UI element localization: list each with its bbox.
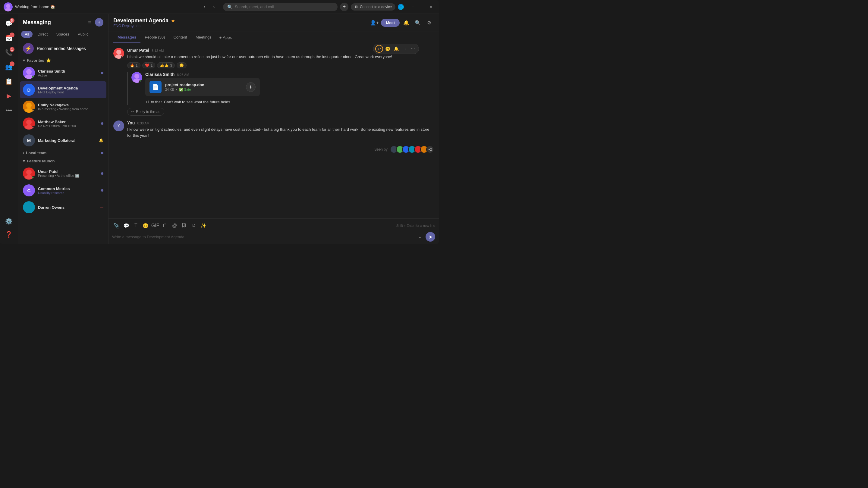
conversation-item-clarissa[interactable]: Clarissa Smith Active: [20, 64, 106, 82]
sidebar-item-people[interactable]: 👥 1: [2, 60, 16, 73]
compose-format-button[interactable]: T: [131, 221, 141, 230]
compose-send-button[interactable]: ➤: [426, 232, 435, 241]
filter-tab-spaces[interactable]: Spaces: [53, 31, 73, 38]
reaction-heart[interactable]: ❤️1: [142, 62, 156, 68]
play-icon: ▶: [7, 92, 11, 99]
remind-button[interactable]: 🔔: [392, 45, 400, 53]
compose-expand-button[interactable]: ⌄: [416, 233, 424, 241]
compose-sticker-button[interactable]: 🗒: [160, 221, 169, 230]
compose-emoji-button[interactable]: 😊: [141, 221, 150, 230]
compose-attach-button[interactable]: 📎: [112, 221, 121, 230]
you-message-header: You 8:30 AM: [127, 121, 434, 125]
meet-button[interactable]: Meet: [381, 19, 400, 27]
svg-point-11: [25, 209, 33, 213]
tab-people[interactable]: People (30): [141, 32, 169, 43]
search-chat-button[interactable]: 🔍: [413, 18, 423, 28]
new-message-button[interactable]: +: [95, 18, 103, 27]
conversation-item-umar[interactable]: Umar Patel Presenting • At the office 🏢: [20, 165, 106, 182]
maximize-button[interactable]: □: [418, 3, 426, 11]
sidebar-item-contacts[interactable]: 📋: [2, 75, 16, 88]
emoji-reaction-button[interactable]: 😊: [384, 45, 392, 53]
recommended-messages-item[interactable]: ⚡ Recommended Messages: [20, 41, 106, 56]
add-people-button[interactable]: 👤+: [370, 18, 379, 28]
clarissa-thread-body: Clarissa Smith 8:28 AM 📄 project-roadmap…: [145, 72, 434, 105]
conversation-item-common[interactable]: C Common Metrics Usability research: [20, 182, 106, 199]
sidebar-item-more[interactable]: •••: [2, 104, 16, 117]
favorites-section-header[interactable]: ▾ Favorites ⭐: [20, 56, 106, 64]
chat-header-info: Development Agenda ★ ENG Deployment: [113, 18, 367, 28]
file-info: project-roadmap.doc 24 KB • ✅ Safe: [165, 83, 242, 92]
minimize-button[interactable]: −: [409, 3, 417, 11]
compose-chat-button[interactable]: 💬: [122, 221, 131, 230]
file-icon: 📄: [150, 81, 161, 93]
filter-tab-direct[interactable]: Direct: [34, 31, 51, 38]
reaction-smile[interactable]: 😊: [177, 62, 187, 68]
edge-icon: 🌐: [398, 4, 404, 10]
panel-menu-button[interactable]: ≡: [85, 18, 94, 27]
left-panel: Messaging ≡ + All Direct Spaces Public ⚡…: [18, 14, 108, 244]
compose-input[interactable]: [112, 233, 413, 240]
chat-subtitle[interactable]: ENG Deployment: [113, 24, 367, 28]
clarissa-status: Active: [38, 73, 98, 77]
local-team-section-header[interactable]: › Local team: [20, 149, 106, 157]
tab-messages[interactable]: Messages: [113, 32, 141, 43]
umar-message-text: I think we should all take a moment to r…: [127, 54, 434, 60]
sidebar-item-settings[interactable]: ⚙️: [2, 215, 16, 228]
feature-launch-section-header[interactable]: ▾ Feature launch: [20, 157, 106, 165]
marketing-meta: 🔔: [99, 138, 103, 142]
matthew-name: Matthew Baker: [38, 120, 98, 124]
forward-button[interactable]: →: [401, 45, 408, 53]
add-apps-button[interactable]: + Apps: [216, 32, 236, 43]
connect-device-button[interactable]: 🖥 Connect to a device: [351, 3, 396, 10]
dev-agenda-name: Development Agenda: [38, 86, 103, 90]
umar-name: Umar Patel: [38, 169, 98, 174]
reply-thread-action-button[interactable]: ↩: [375, 45, 383, 53]
conversation-item-dev-agenda[interactable]: D Development Agenda ENG Deployment: [20, 82, 106, 98]
conversation-item-matthew[interactable]: Matthew Baker Do Not Disturb until 16:00: [20, 115, 106, 132]
conversation-item-emily[interactable]: Emily Nakagawa In a meeting • Working fr…: [20, 98, 106, 115]
sidebar-item-calls[interactable]: 📞 1: [2, 46, 16, 59]
common-avatar: C: [23, 184, 35, 196]
compose-screen-button[interactable]: 🖥: [189, 221, 198, 230]
common-name: Common Metrics: [38, 187, 98, 191]
reply-to-thread-button[interactable]: ↩ Reply to thread: [127, 108, 164, 116]
umar-message-author: Umar Patel: [127, 48, 149, 53]
clarissa-thread-time: 8:28 AM: [177, 73, 189, 76]
new-chat-button[interactable]: +: [340, 3, 348, 11]
sidebar-icons: 💬 5 📅 1 📞 1 👥 1 📋 ▶ •••: [0, 14, 18, 244]
search-bar[interactable]: 🔍: [223, 3, 338, 11]
common-unread-dot: [101, 189, 103, 192]
settings-button[interactable]: ⚙: [424, 18, 434, 28]
conversation-item-darren[interactable]: Darren Owens —: [20, 199, 106, 216]
compose-ai-button[interactable]: ✨: [199, 221, 208, 230]
messaging-badge: 5: [10, 18, 14, 23]
sidebar-item-play[interactable]: ▶: [2, 89, 16, 102]
compose-mention-button[interactable]: @: [170, 221, 179, 230]
filter-tab-all[interactable]: All: [21, 31, 33, 38]
file-download-button[interactable]: ⬇: [246, 82, 255, 92]
search-input[interactable]: [235, 4, 333, 9]
conversation-item-marketing[interactable]: M Marketing Collateral 🔔: [20, 132, 106, 149]
reaction-thumbsup[interactable]: 👍👍3: [157, 62, 175, 68]
chevron-down-icon-2: ▾: [23, 159, 25, 163]
compose-image-button[interactable]: 🖼: [180, 221, 189, 230]
sidebar-item-calendar[interactable]: 📅 1: [2, 31, 16, 44]
sidebar-item-help[interactable]: ❓: [2, 228, 16, 241]
more-actions-button[interactable]: ⋯: [409, 45, 417, 53]
filter-tab-public[interactable]: Public: [74, 31, 92, 38]
people-badge: 1: [10, 61, 14, 66]
tab-meetings[interactable]: Meetings: [191, 32, 216, 43]
nav-back[interactable]: ‹: [200, 3, 209, 11]
screen-icon: 🖥: [354, 5, 358, 9]
safe-label: Safe: [184, 88, 191, 91]
notification-bell-button[interactable]: 🔔: [401, 18, 411, 28]
compose-gif-button[interactable]: GIF: [151, 221, 160, 230]
tab-content[interactable]: Content: [169, 32, 191, 43]
reaction-fire[interactable]: 🔥1: [127, 62, 141, 68]
nav-forward[interactable]: ›: [210, 3, 218, 11]
clarissa-thread-author: Clarissa Smith: [145, 72, 175, 77]
sidebar-item-messaging[interactable]: 💬 5: [2, 17, 16, 30]
you-message-author: You: [127, 121, 135, 125]
close-button[interactable]: ✕: [427, 3, 435, 11]
darren-info: Darren Owens: [38, 205, 97, 210]
